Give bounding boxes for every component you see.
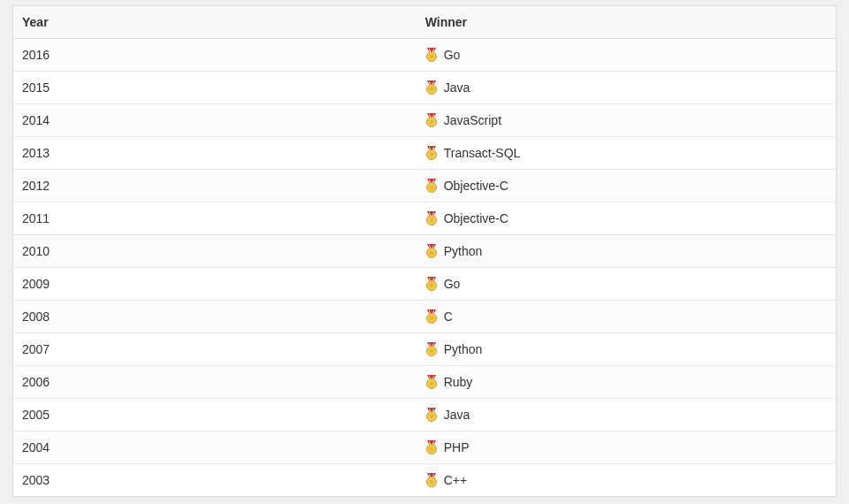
table-row: 2012Objective-C	[13, 170, 837, 202]
winner-label: Go	[444, 48, 461, 62]
medal-icon	[425, 146, 438, 160]
winner-label: Python	[444, 244, 483, 258]
cell-year: 2015	[13, 72, 417, 104]
cell-year: 2014	[13, 104, 417, 137]
cell-year: 2009	[13, 268, 417, 301]
cell-winner: PHP	[417, 431, 837, 464]
cell-winner: Python	[417, 333, 837, 366]
medal-icon	[425, 244, 438, 258]
winner-label: Objective-C	[444, 179, 509, 193]
medal-icon	[425, 342, 438, 356]
medal-icon	[425, 179, 438, 193]
cell-winner: Ruby	[417, 366, 837, 399]
header-winner: Winner	[417, 6, 837, 39]
winner-label: Go	[444, 277, 461, 291]
cell-winner: JavaScript	[417, 104, 837, 137]
cell-year: 2012	[13, 170, 417, 202]
cell-winner: Java	[417, 399, 837, 431]
table-row: 2016Go	[13, 39, 837, 72]
cell-winner: C++	[417, 464, 837, 497]
cell-year: 2011	[13, 202, 417, 235]
cell-year: 2005	[13, 399, 417, 431]
medal-icon	[425, 375, 438, 389]
cell-winner: Java	[417, 72, 837, 104]
cell-year: 2016	[13, 39, 417, 72]
table-row: 2009Go	[13, 268, 837, 301]
cell-winner: Go	[417, 39, 837, 72]
winners-table: Year Winner 2016Go2015Java2014JavaScript…	[12, 5, 837, 497]
winner-label: JavaScript	[444, 113, 501, 127]
table-row: 2011Objective-C	[13, 202, 837, 235]
winner-label: C++	[444, 473, 467, 487]
cell-winner: Transact-SQL	[417, 137, 837, 170]
medal-icon	[425, 309, 438, 324]
table-row: 2003C++	[13, 464, 837, 497]
medal-icon	[425, 408, 438, 422]
winner-label: Objective-C	[444, 211, 509, 225]
winner-label: Transact-SQL	[444, 146, 521, 160]
winner-label: Java	[444, 408, 470, 422]
table-row: 2007Python	[13, 333, 837, 366]
medal-icon	[425, 277, 438, 291]
cell-year: 2006	[13, 366, 417, 399]
cell-year: 2003	[13, 464, 417, 497]
winner-label: PHP	[444, 440, 470, 454]
cell-winner: Objective-C	[417, 202, 837, 235]
medal-icon	[425, 473, 438, 487]
cell-winner: Go	[417, 268, 837, 301]
table-row: 2010Python	[13, 235, 837, 268]
medal-icon	[425, 48, 438, 62]
table-row: 2005Java	[13, 399, 837, 431]
table-row: 2013Transact-SQL	[13, 137, 837, 170]
header-year: Year	[13, 6, 417, 39]
table-row: 2015Java	[13, 72, 837, 104]
winner-label: Python	[444, 342, 483, 356]
table-header-row: Year Winner	[13, 6, 837, 39]
medal-icon	[425, 113, 438, 127]
medal-icon	[425, 211, 438, 225]
winner-label: Java	[444, 80, 470, 95]
cell-year: 2013	[13, 137, 417, 170]
winner-label: Ruby	[444, 375, 473, 389]
cell-winner: Python	[417, 235, 837, 268]
cell-year: 2007	[13, 333, 417, 366]
medal-icon	[425, 440, 438, 454]
cell-year: 2004	[13, 431, 417, 464]
cell-year: 2008	[13, 301, 417, 333]
cell-year: 2010	[13, 235, 417, 268]
medal-icon	[425, 80, 438, 95]
table-row: 2008C	[13, 301, 837, 333]
table-row: 2014JavaScript	[13, 104, 837, 137]
table-row: 2006Ruby	[13, 366, 837, 399]
cell-winner: Objective-C	[417, 170, 837, 202]
cell-winner: C	[417, 301, 837, 333]
winner-label: C	[444, 309, 453, 324]
table-row: 2004PHP	[13, 431, 837, 464]
